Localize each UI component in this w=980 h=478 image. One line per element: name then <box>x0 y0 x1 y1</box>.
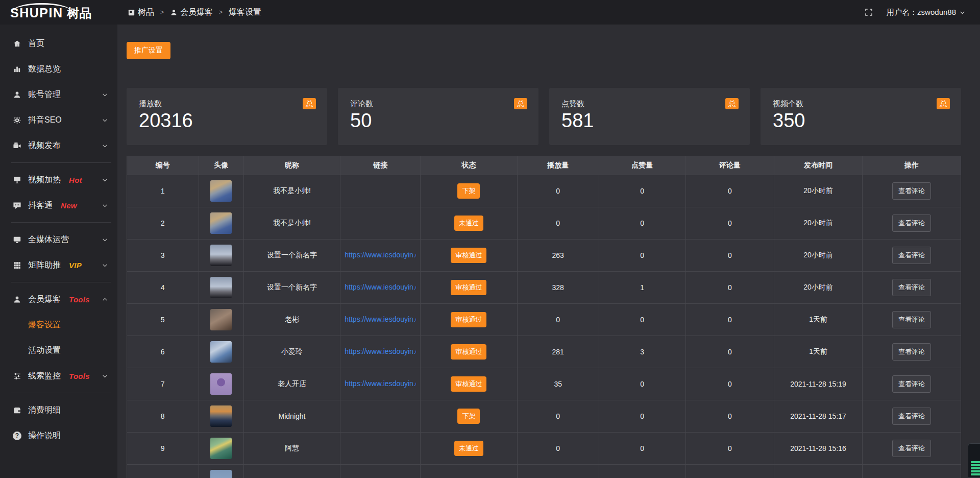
sidebar-item-account-management[interactable]: 账号管理 <box>0 82 117 107</box>
username-menu[interactable]: 用户名：zswodun88 <box>887 8 966 17</box>
boy-avatar <box>210 180 232 202</box>
cell-avatar <box>199 272 243 304</box>
sidebar-subitem-activity-settings[interactable]: 活动设置 <box>0 338 117 363</box>
floating-meter-widget[interactable] <box>968 443 980 478</box>
video-link[interactable]: https://www.iesdouyin.c <box>345 251 416 259</box>
chevron-down-icon <box>959 9 966 16</box>
stat-card-value: 20316 <box>139 110 315 132</box>
fullscreen-icon[interactable] <box>864 8 873 17</box>
cell-id: 9 <box>127 433 199 465</box>
sidebar-divider <box>11 222 111 223</box>
stat-cards-row: 播放数20316总评论数50总点赞数581总视频个数350总 <box>127 88 961 145</box>
status-badge: 审核通过 <box>451 248 486 263</box>
view-comments-button[interactable]: 查看评论 <box>892 408 931 425</box>
cell-actions: 查看评论 <box>863 336 961 368</box>
member-icon <box>13 295 21 304</box>
cell-nickname: 我不是小帅! <box>243 175 340 207</box>
cell-status: 审核通过 <box>421 336 518 368</box>
cell-comments: 0 <box>685 175 774 207</box>
sidebar-item-video-heating[interactable]: 视频加热Hot <box>0 167 117 193</box>
view-comments-button[interactable]: 查看评论 <box>892 214 931 232</box>
cell-status: 审核通过 <box>421 240 518 272</box>
cell-id: 8 <box>127 400 199 433</box>
cell-link <box>340 207 421 240</box>
table-row: 1我不是小帅!下架00020小时前查看评论 <box>127 175 961 207</box>
cell-link <box>340 400 421 433</box>
cell-actions: 查看评论 <box>863 400 961 433</box>
cell-nickname: 设置一个新名字 <box>243 272 340 304</box>
promo-settings-button[interactable]: 推广设置 <box>127 42 170 59</box>
grid-small-icon <box>128 9 135 16</box>
cell-link: https://www.iesdouyin.c <box>340 368 421 400</box>
column-header: 昵称 <box>243 156 340 175</box>
view-comments-button[interactable]: 查看评论 <box>892 343 931 361</box>
sidebar-subitem-baoke-settings[interactable]: 爆客设置 <box>0 312 117 338</box>
status-badge: 审核通过 <box>451 344 486 360</box>
table-row: 4设置一个新名字https://www.iesdouyin.c审核通过32810… <box>127 272 961 304</box>
cell-id: 2 <box>127 207 199 240</box>
sidebar-item-video-publish[interactable]: 视频发布 <box>0 133 117 158</box>
cell-comments: 0 <box>685 336 774 368</box>
username-label: 用户名：zswodun88 <box>887 8 956 17</box>
cell-plays: 328 <box>517 272 599 304</box>
sidebar-item-home[interactable]: 首页 <box>0 31 117 56</box>
cell-nickname: Midnight <box>243 400 340 433</box>
sidebar-item-douketong[interactable]: 抖客通New <box>0 193 117 218</box>
chevron-down-icon <box>102 142 108 149</box>
cell-publish-time: 20小时前 <box>774 175 862 207</box>
cell-comments: 0 <box>685 304 774 336</box>
sidebar-item-operation-guide[interactable]: ?操作说明 <box>0 423 117 448</box>
cell-actions: 查看评论 <box>863 433 961 465</box>
view-comments-button[interactable]: 查看评论 <box>892 182 931 200</box>
topbar-right: 用户名：zswodun88 <box>864 8 980 17</box>
meter-segment <box>971 470 980 472</box>
cell-id: 4 <box>127 272 199 304</box>
sidebar-item-clue-monitor[interactable]: 线索监控Tools <box>0 363 117 389</box>
sidebar-item-consumption-detail[interactable]: 消费明细 <box>0 397 117 423</box>
video-link[interactable]: https://www.iesdouyin.c <box>345 315 416 323</box>
cell <box>863 465 961 478</box>
breadcrumb-item-member-baoke[interactable]: 会员爆客 <box>170 7 213 18</box>
breadcrumb-label: 爆客设置 <box>229 7 261 18</box>
cell <box>421 465 518 478</box>
view-comments-button[interactable]: 查看评论 <box>892 440 931 457</box>
view-comments-button[interactable]: 查看评论 <box>892 247 931 264</box>
sidebar-item-douyin-seo[interactable]: 抖音SEO <box>0 107 117 133</box>
view-comments-button[interactable]: 查看评论 <box>892 279 931 296</box>
video-link[interactable]: https://www.iesdouyin.c <box>345 347 416 355</box>
breadcrumb-item-baoke-settings[interactable]: 爆客设置 <box>229 7 261 18</box>
home-icon <box>13 39 21 48</box>
cell <box>599 465 685 478</box>
video-link[interactable]: https://www.iesdouyin.c <box>345 379 416 388</box>
cell-likes: 0 <box>599 175 685 207</box>
column-header: 状态 <box>421 156 518 175</box>
cell-comments: 0 <box>685 207 774 240</box>
view-comments-button[interactable]: 查看评论 <box>892 311 931 328</box>
cell-avatar <box>199 175 243 207</box>
stat-card-label: 播放数 <box>139 99 315 109</box>
status-badge: 未通过 <box>454 441 483 456</box>
video-link[interactable]: https://www.iesdouyin.c <box>345 283 416 291</box>
breadcrumb-item-shupin[interactable]: 树品 <box>128 7 154 18</box>
cell <box>243 465 340 478</box>
user-icon <box>13 90 21 99</box>
cell-comments: 0 <box>685 368 774 400</box>
sidebar-item-member-baoke[interactable]: 会员爆客Tools <box>0 286 117 312</box>
cell-nickname: 老人开店 <box>243 368 340 400</box>
sidebar-item-data-overview[interactable]: 数据总览 <box>0 56 117 82</box>
cell-comments: 0 <box>685 272 774 304</box>
sidebar-item-matrix-boost[interactable]: 矩阵助推VIP <box>0 252 117 278</box>
table-row: 9阿慧未通过0002021-11-28 15:16查看评论 <box>127 433 961 465</box>
table-row: 5老彬https://www.iesdouyin.c审核通过0001天前查看评论 <box>127 304 961 336</box>
cell-link: https://www.iesdouyin.c <box>340 336 421 368</box>
status-badge: 下架 <box>457 183 480 199</box>
column-header: 评论量 <box>685 156 774 175</box>
stat-card-label: 点赞数 <box>561 99 738 109</box>
stat-card-plays: 播放数20316总 <box>127 88 327 145</box>
breadcrumb-label: 会员爆客 <box>180 7 213 18</box>
sidebar-item-omni-media[interactable]: 全媒体运营 <box>0 227 117 252</box>
cell-id: 7 <box>127 368 199 400</box>
chart-icon <box>13 65 21 74</box>
view-comments-button[interactable]: 查看评论 <box>892 375 931 393</box>
cell-status: 审核通过 <box>421 272 518 304</box>
